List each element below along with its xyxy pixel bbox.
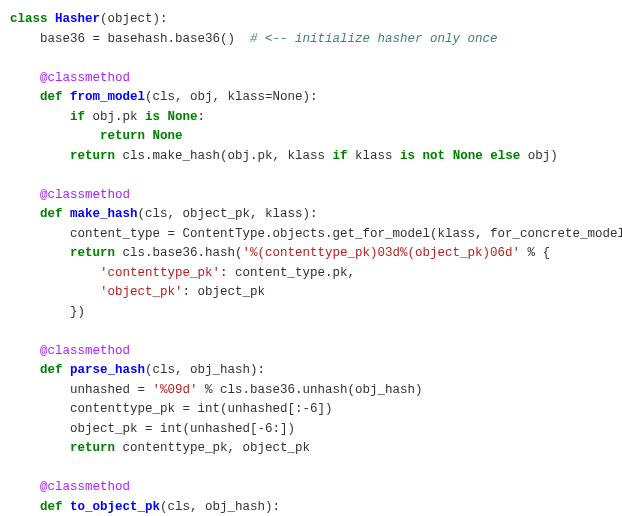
keyword-def: def: [40, 90, 63, 104]
line: @classmethod: [10, 71, 130, 85]
line: base36 = basehash.base36() # <-- initial…: [10, 32, 498, 46]
comment: # <-- initialize hasher only once: [250, 32, 498, 46]
keyword-return: return: [70, 441, 115, 455]
line: @classmethod: [10, 480, 130, 494]
keyword-none: None: [168, 110, 198, 124]
line: def make_hash(cls, object_pk, klass):: [10, 207, 318, 221]
indent: [10, 90, 40, 104]
keyword-def: def: [40, 500, 63, 514]
string: 'object_pk': [100, 285, 183, 299]
line: if obj.pk is None:: [10, 110, 205, 124]
keyword-is: is: [145, 110, 160, 124]
keyword-class: class: [10, 12, 48, 26]
line: content_type = ContentType.objects.get_f…: [10, 227, 622, 241]
line: @classmethod: [10, 344, 130, 358]
func-name: from_model: [70, 90, 145, 104]
text: base36 = basehash.base36(): [10, 32, 250, 46]
keyword-else: else: [490, 149, 520, 163]
keyword-none: None: [153, 129, 183, 143]
line: 'object_pk': object_pk: [10, 285, 265, 299]
decorator: @classmethod: [10, 480, 130, 494]
keyword-isnot: is not: [400, 149, 445, 163]
line: def parse_hash(cls, obj_hash):: [10, 363, 265, 377]
line: }): [10, 305, 85, 319]
line: def from_model(cls, obj, klass=None):: [10, 90, 318, 104]
func-name: parse_hash: [70, 363, 145, 377]
line: return cls.base36.hash('%(contenttype_pk…: [10, 246, 550, 260]
line: contenttype_pk = int(unhashed[:-6]): [10, 402, 333, 416]
keyword-if: if: [333, 149, 348, 163]
line: return cls.make_hash(obj.pk, klass if kl…: [10, 149, 558, 163]
line: object_pk = int(unhashed[-6:]): [10, 422, 295, 436]
keyword-none: None: [453, 149, 483, 163]
class-name: Hasher: [55, 12, 100, 26]
func-name: to_object_pk: [70, 500, 160, 514]
keyword-return: return: [70, 246, 115, 260]
string: '%09d': [153, 383, 198, 397]
decorator: @classmethod: [10, 344, 130, 358]
decorator: @classmethod: [10, 71, 130, 85]
line: class Hasher(object):: [10, 12, 168, 26]
line: return None: [10, 129, 183, 143]
line: 'contenttype_pk': content_type.pk,: [10, 266, 355, 280]
keyword-return: return: [70, 149, 115, 163]
line: unhashed = '%09d' % cls.base36.unhash(ob…: [10, 383, 423, 397]
text: (cls, obj, klass=None):: [145, 90, 318, 104]
string: '%(contenttype_pk)03d%(object_pk)06d': [243, 246, 521, 260]
keyword-def: def: [40, 363, 63, 377]
code-block: class Hasher(object): base36 = basehash.…: [0, 0, 622, 516]
line: return contenttype_pk, object_pk: [10, 441, 310, 455]
keyword-def: def: [40, 207, 63, 221]
line: @classmethod: [10, 188, 130, 202]
keyword-if: if: [70, 110, 85, 124]
func-name: make_hash: [70, 207, 138, 221]
keyword-return: return: [100, 129, 145, 143]
line: def to_object_pk(cls, obj_hash):: [10, 500, 280, 514]
decorator: @classmethod: [10, 188, 130, 202]
string: 'contenttype_pk': [100, 266, 220, 280]
text: (object):: [100, 12, 168, 26]
